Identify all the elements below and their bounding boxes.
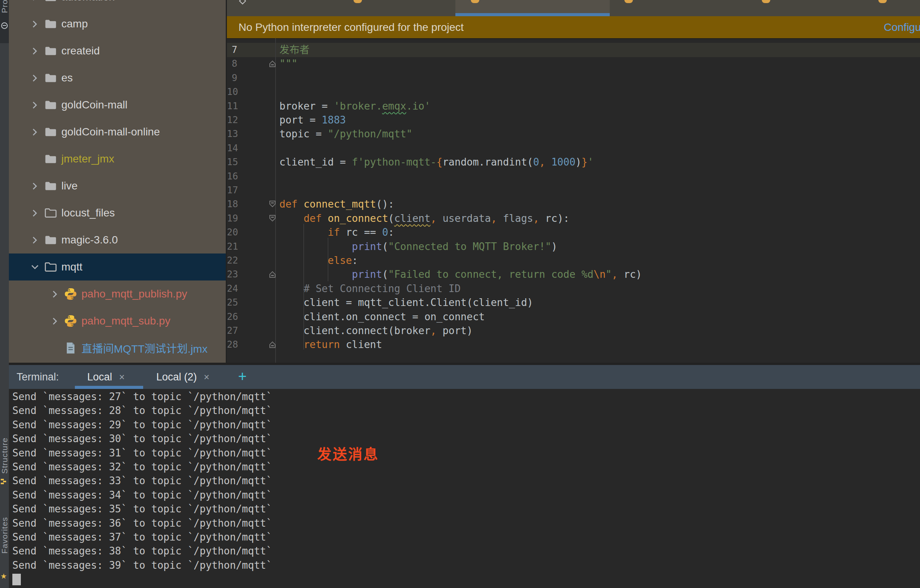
fold-marker-icon[interactable]	[268, 59, 277, 68]
tree-item-chevron[interactable]	[47, 289, 63, 299]
fold-toggle[interactable]	[268, 340, 277, 349]
line-number: 11	[227, 99, 237, 113]
terminal-tab-label[interactable]: Local	[87, 365, 112, 389]
active-tab-underline	[455, 13, 610, 16]
fold-toggle[interactable]	[268, 214, 277, 223]
editor-tab-bar[interactable]	[227, 0, 920, 16]
tree-item-es[interactable]: es	[9, 64, 226, 91]
code-line-18: 18def connect_mqtt():	[227, 197, 920, 211]
close-tab-icon[interactable]: ×	[204, 365, 210, 389]
chevron-right-icon[interactable]	[30, 235, 40, 245]
chevron-right-icon[interactable]	[30, 73, 40, 83]
close-tab-icon[interactable]: ×	[119, 365, 125, 389]
tree-item-goldcoin-mall-online[interactable]: goldCoin-mall-online	[9, 118, 226, 145]
terminal-line: Send `messages: 30` to topic `/python/mq…	[12, 432, 272, 446]
tree-item-chevron[interactable]	[27, 100, 43, 110]
python-tab-icon[interactable]	[762, 0, 770, 3]
python-tab-icon[interactable]	[878, 0, 887, 3]
tree-item-chevron[interactable]	[27, 235, 43, 245]
tree-item-chevron[interactable]	[27, 73, 43, 83]
tree-item-createid[interactable]: createid	[9, 37, 226, 64]
new-terminal-tab-button[interactable]: +	[238, 365, 247, 389]
tree-item-mqtt[interactable]: mqtt	[9, 253, 226, 280]
favorites-star-icon[interactable]: ★	[0, 572, 7, 581]
fold-marker-icon[interactable]	[268, 200, 277, 208]
code-line-12: 12port = 1883	[227, 113, 920, 127]
tree-item-chevron[interactable]	[27, 262, 43, 272]
tree-item-live[interactable]: live	[9, 172, 226, 199]
python-tab-icon[interactable]	[353, 0, 362, 3]
tree-item-chevron[interactable]	[27, 181, 43, 191]
folder-icon	[43, 233, 58, 247]
fold-marker-icon[interactable]	[268, 340, 277, 349]
tree-item-chevron[interactable]	[27, 127, 43, 137]
editor-pane[interactable]: No Python interpreter configured for the…	[226, 0, 920, 363]
code-line-28: 28 return client	[227, 338, 920, 351]
python-file-icon	[64, 314, 78, 328]
chevron-right-icon[interactable]	[30, 19, 40, 29]
chevron-right-icon[interactable]	[30, 127, 40, 137]
structure-tool-button[interactable]: Structure	[0, 433, 9, 478]
code-line-10: 10	[227, 85, 920, 99]
project-icon[interactable]	[1, 22, 8, 29]
chevron-right-icon[interactable]	[30, 100, 40, 110]
project-tool-button[interactable]: Proj	[0, 0, 9, 19]
folder-icon	[43, 17, 58, 30]
folder-icon	[43, 71, 58, 84]
chevron-down-icon[interactable]	[30, 262, 40, 272]
terminal-line: Send `messages: 28` to topic `/python/mq…	[12, 404, 272, 417]
terminal-tab-local[interactable]: Local×	[87, 365, 125, 389]
fold-toggle[interactable]	[268, 270, 277, 279]
tree-item-automation[interactable]: automation	[9, 0, 226, 10]
terminal-tab-label[interactable]: Local (2)	[156, 365, 197, 389]
code-editor[interactable]: 7发布者8"""91011broker = 'broker.emqx.io'12…	[227, 38, 920, 363]
tree-item-magic-3.6.0[interactable]: magic-3.6.0	[9, 226, 226, 253]
tree-item-jmeter_jmx[interactable]: jmeter_jmx	[9, 145, 226, 172]
structure-icon[interactable]	[1, 478, 8, 486]
code-text: print("Failed to connect, return code %d…	[279, 267, 642, 282]
project-tree[interactable]: automationcampcreateidesgoldCoin-mallgol…	[9, 0, 226, 363]
line-number: 26	[227, 310, 237, 324]
python-tab-icon[interactable]	[624, 0, 633, 3]
folder-icon	[44, 17, 57, 30]
tree-item-camp[interactable]: camp	[9, 10, 226, 37]
chevron-right-icon[interactable]	[30, 181, 40, 191]
fold-marker-icon[interactable]	[268, 214, 277, 223]
code-line-16: 16	[227, 169, 920, 183]
folder-icon	[43, 44, 58, 57]
code-line-13: 13topic = "/python/mqtt"	[227, 127, 920, 141]
code-text: # Set Connecting Client ID	[279, 282, 461, 296]
terminal-tab-local-2-[interactable]: Local (2)×	[156, 365, 210, 389]
favorites-tool-button[interactable]: Favorites	[0, 512, 9, 558]
tree-item-paho_mqtt_publish.py[interactable]: paho_mqtt_publish.py	[9, 280, 226, 308]
tree-item-goldcoin-mall[interactable]: goldCoin-mall	[9, 91, 226, 118]
tree-item-chevron[interactable]	[47, 316, 63, 326]
chevron-right-icon[interactable]	[30, 46, 40, 56]
folder-icon	[44, 152, 57, 166]
tree-item-label: createid	[61, 45, 100, 57]
tree-item-chevron[interactable]	[27, 0, 43, 2]
fold-toggle[interactable]	[268, 59, 277, 68]
tree-item-label: locust_files	[61, 207, 115, 219]
terminal-output[interactable]: Send `messages: 27` to topic `/python/mq…	[9, 389, 920, 588]
code-text: if rc == 0:	[279, 225, 394, 240]
tree-item-locust_files[interactable]: locust_files	[9, 199, 226, 226]
tree-item-mqtt.jmx[interactable]: 直播间MQTT测试计划.jmx	[9, 335, 226, 362]
chevron-right-icon[interactable]	[50, 289, 60, 299]
code-line-8: 8"""	[227, 57, 920, 71]
tree-item-label: mqtt	[61, 261, 82, 273]
code-text: port = 1883	[279, 113, 346, 127]
tree-item-chevron[interactable]	[27, 46, 43, 56]
chevron-right-icon[interactable]	[30, 208, 40, 218]
tree-item-paho_mqtt_sub.py[interactable]: paho_mqtt_sub.py	[9, 308, 226, 335]
folder-icon	[44, 260, 57, 274]
code-text: client.on_connect = on_connect	[279, 310, 485, 324]
chevron-right-icon[interactable]	[30, 0, 40, 2]
tree-item-chevron[interactable]	[27, 19, 43, 29]
configure-interpreter-link[interactable]: Configure	[884, 16, 920, 38]
terminal-line: Send `messages: 35` to topic `/python/mq…	[12, 502, 272, 516]
fold-toggle[interactable]	[268, 200, 277, 208]
fold-marker-icon[interactable]	[268, 270, 277, 279]
tree-item-chevron[interactable]	[27, 208, 43, 218]
chevron-right-icon[interactable]	[50, 316, 60, 326]
